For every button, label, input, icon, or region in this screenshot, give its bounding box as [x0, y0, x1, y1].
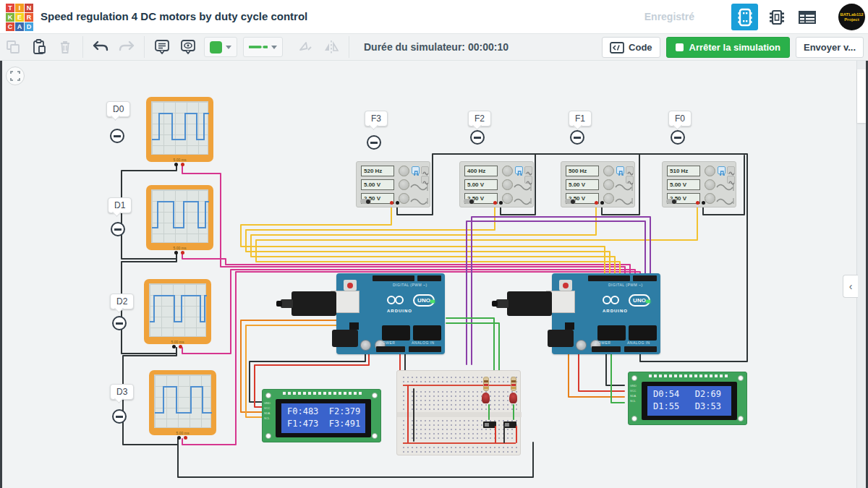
collapse-f1-button[interactable] — [570, 130, 584, 145]
slide-switch-2[interactable] — [503, 421, 516, 428]
fg-neg-terminal[interactable] — [499, 201, 503, 205]
oscilloscope-d1[interactable]: 5.00 ms — [146, 185, 213, 250]
stop-simulation-button[interactable]: Arrêter la simulation — [666, 37, 790, 58]
label-f2[interactable]: F2 — [468, 111, 491, 127]
circuit-canvas[interactable]: ‹ — [0, 61, 868, 488]
wire-black-jumper[interactable] — [503, 424, 505, 443]
led-2[interactable] — [509, 393, 517, 403]
fg-pos-terminal[interactable] — [390, 201, 393, 205]
design-title[interactable]: Speed regulation 4 DC motors by duty cyc… — [41, 10, 307, 22]
collapse-d3-button[interactable] — [112, 409, 127, 424]
fg-knob[interactable] — [705, 179, 715, 190]
collapse-f0-button[interactable] — [671, 130, 685, 145]
lcd-pin-header[interactable] — [283, 392, 364, 395]
sine-wave-button[interactable] — [727, 166, 735, 174]
fg-neg-terminal[interactable] — [702, 201, 705, 205]
fg-knob[interactable] — [399, 179, 409, 190]
oscilloscope-d2[interactable]: 5.00 ms — [144, 279, 211, 344]
sine-wave-button[interactable] — [626, 166, 634, 174]
scope-gnd-terminal[interactable] — [174, 163, 178, 166]
digital-pins[interactable] — [633, 275, 657, 281]
scope-gnd-terminal[interactable] — [172, 345, 176, 348]
scope-gnd-terminal[interactable] — [174, 251, 178, 254]
collapse-d2-button[interactable] — [112, 316, 127, 330]
delete-button[interactable] — [53, 37, 77, 57]
square-wave-button[interactable] — [412, 166, 420, 174]
square-wave-button[interactable] — [616, 166, 624, 174]
arduino-uno-1[interactable]: DIGITAL (PWM ~) UNO ARDUINO POWER ANALOG… — [336, 273, 445, 354]
oscilloscope-d3[interactable]: 5.00 ms — [149, 370, 216, 435]
power-pins[interactable] — [376, 346, 405, 352]
fg-knob[interactable] — [603, 166, 614, 176]
wire-black-jumper[interactable] — [413, 388, 414, 442]
code-button[interactable]: Code — [602, 37, 660, 58]
fg-knob[interactable] — [705, 193, 715, 204]
fg-knob[interactable] — [502, 166, 513, 176]
led-1[interactable] — [482, 393, 490, 403]
label-d0[interactable]: D0 — [106, 101, 130, 117]
wire-red-jumper[interactable] — [407, 385, 409, 443]
scope-sig-terminal[interactable] — [179, 345, 182, 348]
fg-power-toggle[interactable] — [666, 199, 677, 204]
label-d3[interactable]: D3 — [110, 384, 134, 400]
chip-view-button[interactable] — [763, 4, 790, 30]
fg-knob[interactable] — [502, 193, 513, 204]
wire-red-jumper[interactable] — [516, 426, 517, 443]
notes-button[interactable] — [150, 37, 174, 57]
copy-button[interactable] — [1, 37, 25, 57]
analog-pins[interactable] — [624, 346, 657, 352]
function-generator-f0[interactable]: 510 Hz 5.00 V 2.50 V — [662, 161, 736, 207]
terminal-holes[interactable] — [401, 419, 517, 440]
label-f1[interactable]: F1 — [569, 111, 592, 127]
undo-button[interactable] — [88, 37, 113, 57]
wire-style-dropdown[interactable] — [243, 37, 283, 57]
collapse-d1-button[interactable] — [111, 222, 125, 236]
scope-sig-terminal[interactable] — [184, 436, 187, 440]
rotate-button[interactable] — [293, 37, 318, 57]
fg-power-toggle[interactable] — [464, 199, 475, 204]
resistor-2[interactable] — [511, 377, 516, 391]
terminal-holes[interactable] — [401, 390, 517, 411]
lcd-pin-header[interactable] — [649, 374, 730, 377]
breadboard[interactable] — [396, 370, 521, 455]
tinkercad-logo[interactable]: TIN KER CAD — [6, 4, 33, 31]
wire-funcgen-signal[interactable] — [241, 205, 697, 273]
fg-knob[interactable] — [399, 166, 409, 176]
rail-holes[interactable] — [401, 445, 517, 454]
wire-red-jumper[interactable] — [495, 426, 496, 443]
fg-knob[interactable] — [502, 179, 513, 190]
wire-green-jumper[interactable] — [513, 404, 514, 420]
collapse-d0-button[interactable] — [110, 129, 124, 143]
scope-gnd-terminal[interactable] — [177, 436, 181, 440]
user-avatar[interactable]: BATLab112 Project — [838, 4, 865, 30]
panel-collapse-button[interactable]: ‹ — [843, 275, 858, 298]
fg-power-toggle[interactable] — [360, 199, 371, 204]
label-d2[interactable]: D2 — [110, 294, 134, 309]
arduino-uno-2[interactable]: DIGITAL (PWM ~) UNO ARDUINO POWER ANALOG… — [552, 273, 660, 354]
wire-color-dropdown[interactable] — [204, 37, 237, 57]
send-to-button[interactable]: Envoyer v... — [796, 37, 864, 58]
oscilloscope-d0[interactable]: 5.00 ms — [146, 97, 213, 162]
resistor-1[interactable] — [483, 377, 489, 391]
fg-power-toggle[interactable] — [565, 199, 576, 204]
fg-pos-terminal[interactable] — [595, 201, 598, 205]
sine-wave-button[interactable] — [524, 166, 532, 174]
label-f3[interactable]: F3 — [365, 111, 388, 127]
function-generator-f2[interactable]: 400 Hz 5.00 V 2.50 V — [459, 161, 534, 207]
fg-neg-terminal[interactable] — [396, 201, 399, 205]
fg-pos-terminal[interactable] — [696, 201, 699, 205]
mirror-button[interactable] — [319, 37, 344, 57]
lcd-display-1[interactable]: GND VCC SDA SCL F0:483 F2:379F1:473 F3:4… — [262, 389, 381, 442]
lcd-display-2[interactable]: GND VCC SDA SCL D0:54 D2:69D1:55 D3:53 — [628, 372, 747, 425]
redo-button[interactable] — [114, 37, 139, 57]
circuit-view-button[interactable] — [731, 4, 758, 30]
power-pins[interactable] — [592, 346, 621, 352]
paste-button[interactable] — [27, 37, 51, 57]
digital-pins[interactable] — [373, 275, 414, 281]
function-generator-f1[interactable]: 500 Hz 5.00 V 2.50 V — [561, 161, 635, 207]
reset-button[interactable] — [344, 280, 357, 291]
square-wave-button[interactable] — [718, 166, 726, 174]
reset-button[interactable] — [559, 280, 572, 291]
fg-knob[interactable] — [603, 179, 614, 190]
label-d1[interactable]: D1 — [108, 197, 132, 213]
